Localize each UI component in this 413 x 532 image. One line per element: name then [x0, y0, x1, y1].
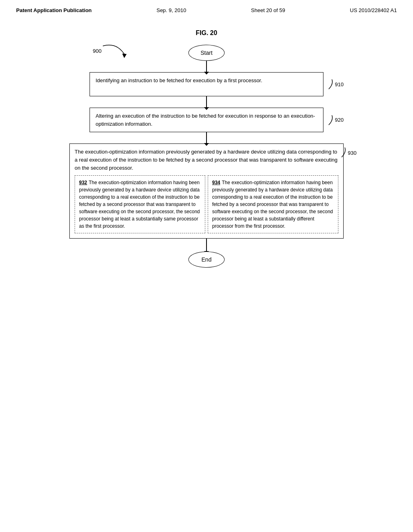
- inner-boxes-row: 932The execution-optimization informatio…: [75, 175, 338, 233]
- arrow-920-to-930: [206, 132, 207, 143]
- step-920-label: 920: [321, 114, 344, 127]
- step-932-text: The execution-optimization information h…: [79, 180, 200, 229]
- arrow-910-curve: [321, 78, 334, 91]
- step-932-box: 932The execution-optimization informatio…: [75, 175, 205, 233]
- step-934-text: The execution-optimization information h…: [212, 180, 333, 229]
- arrow-910-to-920: [206, 96, 207, 108]
- header-publication-label: Patent Application Publication: [16, 7, 92, 13]
- arrow-920-curve: [321, 114, 334, 127]
- step-920-wrapper: Altering an execution of the instruction…: [69, 108, 344, 132]
- header-date: Sep. 9, 2010: [156, 7, 186, 13]
- step-910-text: Identifying an instruction to be fetched…: [96, 77, 262, 83]
- step-930-label: 930: [334, 147, 357, 159]
- diagram-area: FIG. 20 900 Start Identifying an: [0, 17, 413, 268]
- step-920-text: Altering an execution of the instruction…: [96, 113, 315, 127]
- start-wrapper: 900 Start: [69, 45, 344, 61]
- label-934: 934: [212, 180, 220, 185]
- start-oval: Start: [188, 45, 225, 61]
- step-930-container: The execution-optimization information p…: [53, 143, 360, 239]
- arrow-930-curve: [334, 147, 346, 159]
- page-header: Patent Application Publication Sep. 9, 2…: [0, 0, 413, 17]
- svg-marker-0: [122, 54, 127, 58]
- header-sheet: Sheet 20 of 59: [251, 7, 285, 13]
- step-934-box: 934The execution-optimization informatio…: [208, 175, 338, 233]
- end-oval: End: [188, 251, 225, 268]
- step-910-wrapper: Identifying an instruction to be fetched…: [69, 72, 344, 96]
- step-910-label: 910: [321, 78, 344, 91]
- step-910-box: Identifying an instruction to be fetched…: [90, 72, 323, 96]
- arrow-930-to-end: [206, 239, 207, 251]
- step-930-box: The execution-optimization information p…: [69, 143, 344, 239]
- step-930-main-text: The execution-optimization information p…: [75, 148, 338, 172]
- flowchart: 900 Start Identifying an instruction to …: [69, 45, 344, 268]
- header-patent-number: US 2010/228402 A1: [350, 7, 397, 13]
- arrow-start-to-910: [206, 61, 207, 72]
- step-920-box: Altering an execution of the instruction…: [90, 108, 323, 132]
- label-932: 932: [79, 180, 87, 185]
- arrow-900-to-start: [97, 44, 137, 66]
- figure-title: FIG. 20: [196, 29, 217, 37]
